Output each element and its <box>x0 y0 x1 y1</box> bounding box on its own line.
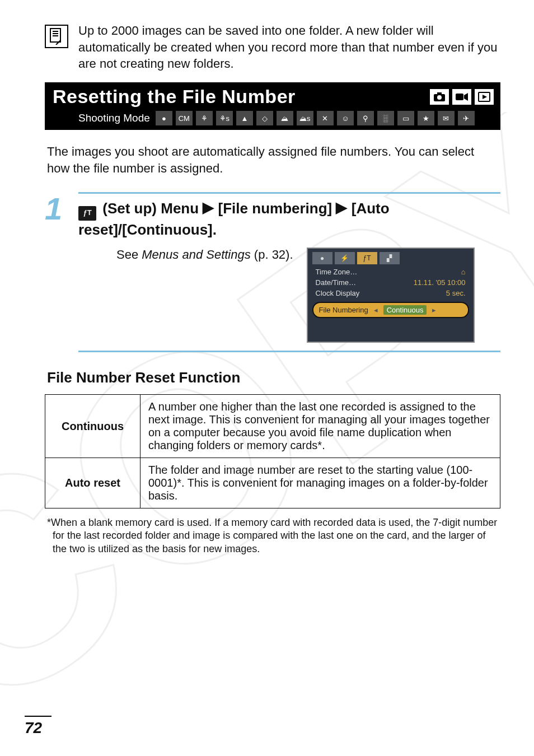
heading-mode-icons <box>430 89 494 105</box>
intro-paragraph: The images you shoot are automatically a… <box>47 143 498 176</box>
shooting-mode-chip: ▲ <box>236 111 253 125</box>
lcd-row: Date/Time…11.11. '05 10:00 <box>308 277 474 288</box>
svg-point-7 <box>437 95 442 100</box>
page-number-rule <box>25 716 51 717</box>
shooting-mode-chip: ⚘ <box>196 111 213 125</box>
table-row: Continuous A number one higher than the … <box>45 395 500 458</box>
note-page-icon <box>45 25 68 48</box>
page-number: 72 <box>25 719 42 737</box>
lcd-tab: ● <box>312 252 332 264</box>
shooting-mode-row: Shooting Mode ● CM ⚘ ⚘s ▲ ◇ ⛰ ⛰s ✕ ☺ ⚲ ░… <box>45 110 500 130</box>
triangle-icon: ▶ <box>336 198 347 217</box>
shooting-mode-chip: ⛰s <box>297 111 313 125</box>
shooting-mode-chip: ◇ <box>256 111 273 125</box>
camera-icon <box>430 89 449 105</box>
step-see-text: See Menus and Settings (p. 32). <box>116 248 293 262</box>
table-key: Auto reset <box>45 458 140 508</box>
info-note-text: Up to 2000 images can be saved into one … <box>78 22 500 72</box>
shooting-mode-chip: ★ <box>418 111 434 125</box>
shooting-mode-chip: ⛰ <box>277 111 293 125</box>
see-prefix: See <box>116 248 142 262</box>
play-icon <box>475 89 494 105</box>
lcd-preview: ● ⚡ ƒT ▞ Time Zone…⌂ Date/Time…11.11. '0… <box>307 248 475 343</box>
shooting-mode-chip: ⚘s <box>216 111 233 125</box>
step-1: 1 ƒT (Set up) Menu ▶ [File numbering] ▶ … <box>45 192 500 352</box>
table-row: Auto reset The folder and image number a… <box>45 458 500 508</box>
lcd-highlight-key: File Numbering <box>319 306 368 314</box>
step-number: 1 <box>45 192 78 225</box>
shooting-mode-chip: ● <box>156 111 172 125</box>
heading-bar: Resetting the File Number <box>45 82 500 110</box>
table-value: A number one higher than the last one re… <box>140 395 500 458</box>
video-icon <box>452 89 471 105</box>
lcd-tab-active: ƒT <box>357 252 377 264</box>
reset-function-table: Continuous A number one higher than the … <box>45 394 500 508</box>
shooting-mode-chip: ☺ <box>337 111 354 125</box>
subsection-heading: File Number Reset Function <box>47 369 498 386</box>
table-value: The folder and image number are reset to… <box>140 458 500 508</box>
shooting-mode-label: Shooting Mode <box>78 112 150 124</box>
lcd-highlight-value: Continuous <box>383 305 427 315</box>
shooting-mode-chip: CM <box>176 111 193 125</box>
shooting-mode-chip: ✕ <box>317 111 334 125</box>
shooting-mode-chip: ✉ <box>438 111 455 125</box>
triangle-icon: ▶ <box>203 198 214 217</box>
step-title: ƒT (Set up) Menu ▶ [File numbering] ▶ [A… <box>78 199 500 239</box>
svg-rect-8 <box>456 94 463 100</box>
heading-title: Resetting the File Number <box>53 86 296 108</box>
shooting-mode-chip: ░ <box>377 111 394 125</box>
shooting-mode-chip: ▭ <box>397 111 414 125</box>
table-key: Continuous <box>45 395 140 458</box>
step-title-part2: [File numbering] <box>218 200 332 217</box>
lcd-tab: ⚡ <box>335 252 355 264</box>
step-title-part1: (Set up) Menu <box>102 200 199 217</box>
info-note: Up to 2000 images can be saved into one … <box>45 22 500 72</box>
lcd-row: Clock Display5 sec. <box>308 288 474 298</box>
setup-menu-icon: ƒT <box>78 206 96 221</box>
footnote: *When a blank memory card is used. If a … <box>47 516 498 556</box>
see-italic: Menus and Settings <box>142 248 250 262</box>
shooting-mode-chip: ⚲ <box>357 111 374 125</box>
lcd-tab: ▞ <box>380 252 400 264</box>
shooting-mode-chip: ✈ <box>458 111 475 125</box>
see-suffix: (p. 32). <box>251 248 293 262</box>
svg-rect-6 <box>437 92 442 95</box>
lcd-highlight-row: File Numbering ◂ Continuous ▸ <box>312 302 469 318</box>
lcd-row: Time Zone…⌂ <box>308 267 474 277</box>
